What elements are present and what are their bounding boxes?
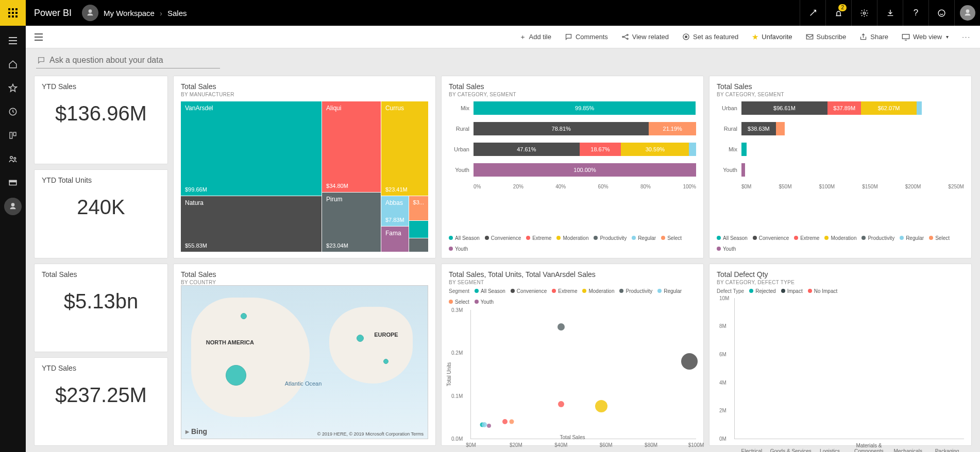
tile-stacked-val[interactable]: Total Sales BY CATEGORY, SEGMENT Urban$9… [709, 76, 972, 258]
tile-title: Total Sales, Total Units, Total VanArsde… [449, 270, 696, 279]
svg-point-20 [627, 38, 628, 40]
nav-workspaces[interactable] [0, 172, 26, 194]
nav-my-workspace[interactable] [4, 198, 22, 215]
top-bar: Power BI My Workspace › Sales 2 ? [0, 0, 980, 26]
fullscreen-button[interactable] [800, 0, 825, 26]
defects-chart: 0M2M4M6M8M10MElectricalGoods & ServicesL… [734, 298, 964, 440]
kpi-value: $5.13bn [42, 290, 160, 313]
tile-ytd-units[interactable]: YTD Total Units 240K [34, 169, 168, 258]
treemap-chart: VanArsdel$99.66M Natura$55.83M Aliqui$34… [181, 101, 428, 252]
map-label-eu: EUROPE [374, 332, 398, 338]
tile-scatter[interactable]: Total Sales, Total Units, Total VanArsde… [441, 264, 704, 446]
tile-total-sales[interactable]: Total Sales $5.13bn [34, 264, 168, 352]
svg-point-10 [938, 10, 945, 16]
subscribe-label: Subscribe [817, 33, 847, 41]
notification-badge: 2 [838, 4, 847, 11]
svg-rect-4 [12, 12, 14, 14]
add-tile-label: Add tile [529, 33, 551, 41]
tile-ytd-sales[interactable]: YTD Sales $136.96M [34, 76, 168, 164]
legend: Defect TypeRejectedImpactNo Impact [717, 288, 964, 294]
svg-rect-3 [8, 12, 10, 14]
person-icon [964, 9, 972, 17]
nav-apps[interactable] [0, 125, 26, 146]
unfavorite-button[interactable]: ★Unfavorite [752, 32, 792, 42]
tile-subtitle: BY COUNTRY [181, 280, 428, 285]
monitor-icon [902, 33, 910, 41]
comments-button[interactable]: Comments [565, 33, 608, 41]
svg-rect-0 [8, 8, 10, 10]
nav-home[interactable] [0, 54, 26, 75]
map-label-na: NORTH AMERICA [206, 339, 254, 345]
app-launcher-button[interactable] [0, 0, 26, 26]
y-axis-label: Total Units [446, 362, 452, 387]
map-label-ocean: Atlantic Ocean [285, 380, 322, 387]
help-icon: ? [914, 8, 918, 18]
web-view-button[interactable]: Web view▾ [902, 33, 949, 41]
featured-icon [682, 33, 690, 41]
set-featured-button[interactable]: Set as featured [682, 33, 738, 41]
breadcrumb-page[interactable]: Sales [167, 9, 187, 18]
subscribe-button[interactable]: Subscribe [806, 33, 847, 41]
expand-nav-button[interactable] [26, 26, 52, 48]
star-icon [8, 83, 18, 93]
tile-title: Total Sales [42, 270, 160, 279]
feedback-button[interactable] [928, 0, 954, 26]
more-button[interactable]: ··· [962, 33, 971, 41]
svg-rect-7 [12, 15, 14, 18]
nav-menu-toggle[interactable] [0, 30, 26, 51]
nav-favorites[interactable] [0, 77, 26, 99]
tile-title: Total Sales [181, 82, 428, 91]
mail-icon [806, 33, 814, 40]
svg-rect-2 [15, 8, 18, 10]
tile-subtitle: BY MANUFACTURER [181, 92, 428, 97]
set-featured-label: Set as featured [693, 33, 738, 41]
tile-title: YTD Total Units [42, 176, 160, 184]
qna-input[interactable]: Ask a question about your data [36, 54, 220, 68]
add-tile-button[interactable]: ＋Add tile [519, 32, 551, 42]
profile-button[interactable] [954, 0, 980, 26]
notifications-button[interactable]: 2 [825, 0, 851, 26]
brand-label: Power BI [34, 8, 72, 19]
svg-rect-17 [9, 181, 16, 182]
qna-section: Ask a question about your data [26, 48, 980, 73]
tile-map[interactable]: Total Sales BY COUNTRY NORTH AMERICA EUR… [173, 264, 436, 446]
star-filled-icon: ★ [752, 32, 758, 42]
tile-defects[interactable]: Total Defect Qty BY CATEGORY, DEFECT TYP… [709, 264, 972, 446]
breadcrumb-workspace[interactable]: My Workspace [104, 9, 155, 18]
help-button[interactable]: ? [903, 0, 928, 26]
action-bar: ＋Add tile Comments View related Set as f… [26, 26, 980, 48]
settings-button[interactable] [851, 0, 877, 26]
workspace-avatar[interactable] [82, 5, 98, 21]
hamburger-icon [8, 37, 18, 44]
left-nav [0, 26, 26, 452]
comments-label: Comments [576, 33, 608, 41]
tile-ytd-sales-2[interactable]: YTD Sales $237.25M [34, 357, 168, 446]
map-chart: NORTH AMERICA EUROPE Atlantic Ocean ▸ Bi… [181, 285, 428, 440]
nav-shared[interactable] [0, 148, 26, 170]
svg-point-19 [627, 34, 628, 36]
svg-rect-13 [13, 132, 16, 136]
qna-placeholder: Ask a question about your data [49, 56, 163, 65]
apps-icon [9, 131, 17, 140]
web-view-label: Web view [913, 33, 942, 41]
comment-icon [565, 33, 572, 41]
svg-point-9 [863, 12, 865, 14]
breadcrumb: My Workspace › Sales [104, 9, 187, 18]
nav-recent[interactable] [0, 101, 26, 123]
smiley-icon [937, 9, 946, 18]
tile-title: Total Defect Qty [717, 270, 964, 279]
download-button[interactable] [877, 0, 903, 26]
home-icon [8, 60, 18, 69]
comment-icon [37, 56, 45, 64]
scatter-chart: 0.0M0.1M0.2M0.3M$0M$20M$40M$60M$80M$100M [470, 310, 696, 440]
tile-stacked-pct[interactable]: Total Sales BY CATEGORY, SEGMENT Mix99.8… [441, 76, 704, 258]
tile-treemap[interactable]: Total Sales BY MANUFACTURER VanArsdel$99… [173, 76, 436, 258]
stacked-val-chart: Urban$96.61M$37.89M$62.07MRural$38.63MMi… [717, 101, 964, 232]
people-icon [8, 154, 18, 164]
chevron-down-icon: ▾ [946, 34, 949, 40]
map-attribution: © 2019 HERE, © 2019 Microsoft Corporatio… [317, 431, 424, 437]
person-icon [86, 9, 94, 17]
share-button[interactable]: Share [859, 33, 888, 41]
view-related-button[interactable]: View related [621, 33, 669, 41]
gear-icon [860, 9, 869, 18]
